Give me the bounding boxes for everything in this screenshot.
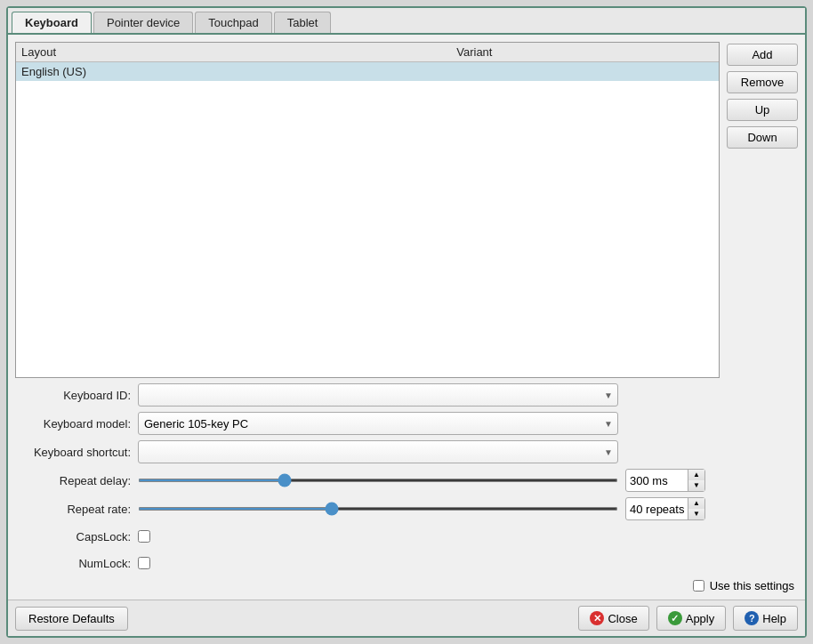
column-header-layout: Layout xyxy=(16,43,451,62)
keyboard-model-select[interactable]: Generic 105-key PC xyxy=(138,412,618,435)
repeat-rate-down-button[interactable]: ▼ xyxy=(688,509,704,519)
column-header-variant: Variant xyxy=(451,43,719,62)
add-button[interactable]: Add xyxy=(727,44,798,66)
repeat-rate-row: Repeat rate: ▲ ▼ xyxy=(15,497,798,520)
repeat-delay-input[interactable] xyxy=(626,472,688,489)
keyboard-id-label: Keyboard ID: xyxy=(15,389,131,402)
repeat-delay-up-button[interactable]: ▲ xyxy=(688,470,704,480)
bottom-bar-right: ✕ Close ✓ Apply ? Help xyxy=(578,606,798,631)
close-label: Close xyxy=(608,612,637,625)
up-button[interactable]: Up xyxy=(727,99,798,121)
keyboard-shortcut-select[interactable] xyxy=(138,440,618,463)
tab-bar: Keyboard Pointer device Touchpad Tablet xyxy=(8,8,805,35)
keyboard-model-label: Keyboard model: xyxy=(15,417,131,431)
layout-area: Layout Variant English (US) Add Remove xyxy=(15,42,798,378)
numlock-row: NumLock: xyxy=(15,552,798,574)
repeat-rate-slider-wrapper xyxy=(138,507,618,511)
capslock-label: CapsLock: xyxy=(15,530,131,543)
tab-pointer-device[interactable]: Pointer device xyxy=(93,12,193,33)
repeat-rate-label: Repeat rate: xyxy=(15,503,131,516)
numlock-label: NumLock: xyxy=(15,557,131,570)
numlock-checkbox[interactable] xyxy=(138,557,150,569)
main-window: Keyboard Pointer device Touchpad Tablet … xyxy=(6,6,807,638)
bottom-bar-left: Restore Defaults xyxy=(15,607,128,631)
keyboard-id-row: Keyboard ID: ▼ xyxy=(15,383,798,407)
apply-icon: ✓ xyxy=(668,611,682,625)
capslock-row: CapsLock: xyxy=(15,526,798,547)
repeat-rate-arrows: ▲ ▼ xyxy=(688,498,704,519)
keyboard-shortcut-wrapper: ▼ xyxy=(138,440,618,463)
keyboard-model-row: Keyboard model: Generic 105-key PC ▼ xyxy=(15,412,798,435)
capslock-checkbox[interactable] xyxy=(138,530,150,543)
tab-keyboard[interactable]: Keyboard xyxy=(12,12,92,33)
bottom-bar: Restore Defaults ✕ Close ✓ Apply ? Help xyxy=(8,600,805,636)
repeat-rate-input[interactable] xyxy=(626,501,688,518)
layout-table-container[interactable]: Layout Variant English (US) xyxy=(15,42,720,378)
down-button[interactable]: Down xyxy=(727,126,798,149)
close-icon: ✕ xyxy=(590,611,604,625)
keyboard-shortcut-row: Keyboard shortcut: ▼ xyxy=(15,440,798,463)
cell-variant xyxy=(451,62,719,82)
help-button[interactable]: ? Help xyxy=(733,606,798,631)
layout-buttons: Add Remove Up Down xyxy=(727,42,798,378)
use-settings-checkbox[interactable] xyxy=(693,580,704,592)
repeat-delay-label: Repeat delay: xyxy=(15,474,131,487)
tab-tablet[interactable]: Tablet xyxy=(274,12,332,33)
close-button[interactable]: ✕ Close xyxy=(578,606,648,631)
keyboard-shortcut-label: Keyboard shortcut: xyxy=(15,446,131,459)
help-icon: ? xyxy=(745,611,759,625)
restore-defaults-button[interactable]: Restore Defaults xyxy=(15,607,128,631)
use-settings-label: Use this settings xyxy=(710,579,794,592)
repeat-delay-arrows: ▲ ▼ xyxy=(688,470,704,491)
table-row[interactable]: English (US) xyxy=(16,62,719,82)
repeat-rate-slider[interactable] xyxy=(138,507,618,511)
use-settings-row: Use this settings xyxy=(15,579,798,592)
keyboard-id-wrapper: ▼ xyxy=(138,383,618,407)
tab-touchpad[interactable]: Touchpad xyxy=(195,12,271,33)
repeat-delay-slider[interactable] xyxy=(138,479,618,482)
repeat-delay-slider-wrapper xyxy=(138,479,618,482)
repeat-rate-spinbox: ▲ ▼ xyxy=(625,497,705,520)
remove-button[interactable]: Remove xyxy=(727,71,798,93)
keyboard-id-select[interactable] xyxy=(138,383,618,407)
keyboard-model-wrapper: Generic 105-key PC ▼ xyxy=(138,412,618,435)
tab-content: Layout Variant English (US) Add Remove xyxy=(8,35,805,600)
repeat-delay-spinbox: ▲ ▼ xyxy=(625,469,705,492)
help-label: Help xyxy=(762,612,786,625)
apply-button[interactable]: ✓ Apply xyxy=(656,606,727,631)
repeat-delay-down-button[interactable]: ▼ xyxy=(688,480,704,491)
layout-table: Layout Variant English (US) xyxy=(16,43,719,81)
repeat-delay-row: Repeat delay: ▲ ▼ xyxy=(15,469,798,492)
apply-label: Apply xyxy=(686,612,715,625)
cell-layout: English (US) xyxy=(16,62,451,82)
repeat-rate-up-button[interactable]: ▲ xyxy=(688,498,704,509)
